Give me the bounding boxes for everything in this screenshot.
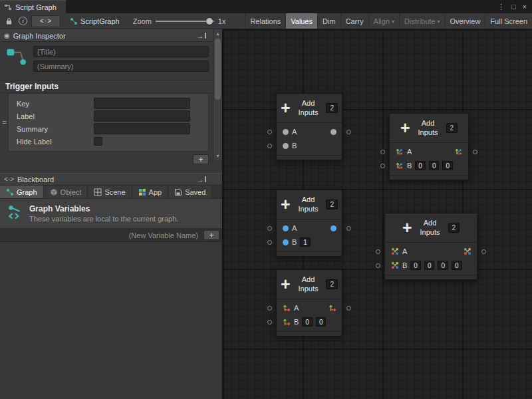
relations-button[interactable]: Relations <box>245 13 285 29</box>
relations-label: Relations <box>250 17 281 25</box>
node-header[interactable]: + Add Inputs 2 <box>390 114 468 142</box>
add-inputs-node-vector2[interactable]: + Add Inputs 2 A B <box>276 269 342 336</box>
zoom-slider[interactable] <box>156 17 214 26</box>
lock-icon[interactable] <box>3 15 15 27</box>
fullscreen-label: Full Screen <box>490 17 527 25</box>
node-header[interactable]: + Add Inputs 2 <box>277 270 342 299</box>
scrollbar-thumb[interactable] <box>215 39 221 100</box>
input-count-badge[interactable]: 2 <box>326 200 338 209</box>
tab-scene[interactable]: Scene <box>88 186 132 198</box>
add-inputs-node-vector3[interactable]: + Add Inputs 2 A B <box>389 113 469 180</box>
tab-object[interactable]: Object <box>44 186 88 198</box>
dock-panel-icon[interactable]: → <box>197 176 206 184</box>
scroll-down-icon[interactable]: ▼ <box>213 152 222 160</box>
input-count-badge[interactable]: 2 <box>446 123 458 133</box>
blackboard-header[interactable]: <·> Blackboard → <box>0 173 222 186</box>
input-count-badge[interactable]: 2 <box>448 223 460 233</box>
inspector-scrollbar[interactable]: ▲ ▼ <box>213 29 222 160</box>
key-field-row: Key <box>17 97 203 110</box>
port-row-b: B <box>277 139 342 153</box>
window-menu-icon[interactable]: ⋮ <box>497 3 505 11</box>
tab-graph[interactable]: Graph <box>0 186 44 198</box>
output-port-sum-pin[interactable] <box>346 130 351 134</box>
inspector-icon: ◉ <box>4 32 10 39</box>
dim-button[interactable]: Dim <box>317 13 340 29</box>
node-header[interactable]: + Add Inputs 2 <box>277 94 342 122</box>
add-variable-button[interactable]: + <box>203 230 219 240</box>
output-port-sum-pin[interactable] <box>346 306 351 311</box>
output-port-sum-pin[interactable] <box>346 226 351 231</box>
graph-inspector-header[interactable]: ◉ Graph Inspector → <box>0 29 222 42</box>
float-type-icon <box>283 239 289 245</box>
input-port-a[interactable] <box>267 306 272 311</box>
close-icon[interactable]: × <box>523 3 527 11</box>
input-port-b[interactable] <box>380 164 385 168</box>
window-tab[interactable]: Script Graph <box>0 0 66 13</box>
value-field-y[interactable]: 0 <box>316 317 327 327</box>
port-label-b: B <box>292 238 297 246</box>
output-port-sum <box>329 304 336 312</box>
node-body: A B 0 0 <box>277 299 342 331</box>
port-row-b: B 0 0 <box>277 315 342 329</box>
input-port-a[interactable] <box>380 150 385 154</box>
value-field-x[interactable]: 0 <box>410 261 421 270</box>
info-icon[interactable]: i <box>19 17 27 25</box>
node-header[interactable]: + Add Inputs 2 <box>385 213 477 242</box>
distribute-button[interactable]: Distribute▾ <box>399 13 444 29</box>
maximize-icon[interactable]: □ <box>511 3 516 11</box>
zoom-slider-handle[interactable] <box>206 18 213 25</box>
vector4-type-icon <box>391 247 399 255</box>
value-field-x[interactable]: 0 <box>415 161 426 170</box>
scroll-up-icon[interactable]: ▲ <box>213 29 222 37</box>
new-variable-input[interactable] <box>0 229 203 242</box>
carry-button[interactable]: Carry <box>340 13 368 29</box>
drag-handle-icon[interactable]: = <box>2 118 7 127</box>
value-field-z[interactable]: 0 <box>438 261 448 270</box>
add-inputs-node-vector4[interactable]: + Add Inputs 2 A B <box>384 213 477 280</box>
values-button[interactable]: Values <box>285 13 317 29</box>
graph-variables-icon <box>7 204 24 221</box>
input-port-b[interactable] <box>267 240 272 245</box>
edit-graph-button[interactable]: <·> <box>31 15 61 27</box>
input-count-badge[interactable]: 2 <box>326 103 338 113</box>
add-trigger-input-button[interactable]: + <box>193 154 209 164</box>
input-count-badge[interactable]: 2 <box>326 279 338 289</box>
graph-summary-input[interactable] <box>33 61 209 72</box>
input-port-a[interactable] <box>376 249 380 254</box>
value-field-z[interactable]: 0 <box>442 161 453 170</box>
graph-title-input[interactable] <box>33 46 209 57</box>
hide-label-label: Hide Label <box>17 138 94 146</box>
input-port-b[interactable] <box>267 320 272 325</box>
add-inputs-node-generic[interactable]: + Add Inputs 2 A B <box>276 93 342 160</box>
output-port-sum-pin[interactable] <box>481 249 486 254</box>
add-inputs-node-float[interactable]: + Add Inputs 2 A B <box>276 190 342 257</box>
overview-button[interactable]: Overview <box>445 13 485 29</box>
tab-app[interactable]: App <box>132 186 169 198</box>
script-graph-tab-icon <box>4 3 12 11</box>
value-field-x[interactable]: 0 <box>302 317 313 327</box>
toolbar: i <·> ScriptGraph Zoom 1x Relations Valu… <box>0 13 532 29</box>
dock-panel-icon[interactable]: → <box>197 32 206 40</box>
value-field-y[interactable]: 0 <box>424 261 435 270</box>
scrollbar-track[interactable] <box>213 37 222 152</box>
input-port-a[interactable] <box>267 130 272 134</box>
align-button[interactable]: Align▾ <box>368 13 399 29</box>
node-header[interactable]: + Add Inputs 2 <box>277 190 342 219</box>
hide-label-checkbox[interactable] <box>94 137 102 146</box>
fullscreen-button[interactable]: Full Screen <box>485 13 532 29</box>
vector4-type-icon <box>464 247 471 255</box>
value-field-w[interactable]: 0 <box>452 261 462 270</box>
tab-saved[interactable]: Saved <box>168 186 212 198</box>
input-port-b[interactable] <box>376 263 380 268</box>
key-input[interactable] <box>94 98 190 109</box>
graph-breadcrumb[interactable]: ScriptGraph <box>65 17 125 25</box>
graph-canvas[interactable]: + Add Inputs 2 A B <box>223 29 532 399</box>
label-input[interactable] <box>94 110 190 122</box>
value-field[interactable]: 1 <box>300 237 311 247</box>
trigger-input-item: = − Key Label Summary Hide <box>8 93 209 152</box>
input-port-a[interactable] <box>267 226 272 231</box>
output-port-sum-pin[interactable] <box>473 150 477 154</box>
input-port-b[interactable] <box>267 144 272 148</box>
summary-input[interactable] <box>94 123 190 134</box>
value-field-y[interactable]: 0 <box>429 161 440 170</box>
